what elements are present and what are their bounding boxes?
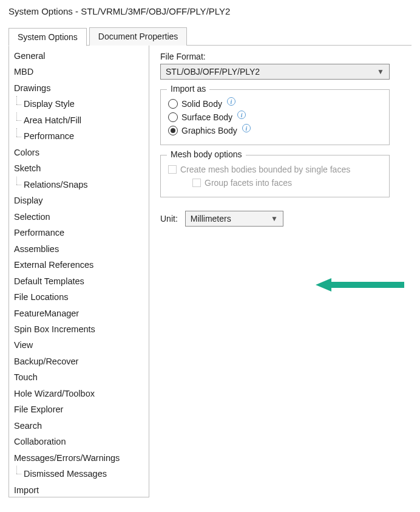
tree-item[interactable]: Area Hatch/Fill [9, 112, 149, 128]
file-format-value: STL/OBJ/OFF/PLY/PLY2 [166, 67, 260, 77]
tree-item[interactable]: Selection [9, 209, 149, 225]
tree-item[interactable]: Import [9, 482, 149, 497]
info-icon[interactable]: i [242, 124, 251, 132]
radio-solid-body[interactable]: Solid Body i [168, 97, 382, 111]
tree-item[interactable]: Dismissed Messages [9, 466, 149, 482]
window-title: System Options - STL/VRML/3MF/OBJ/OFF/PL… [8, 6, 412, 16]
tree-item[interactable]: Collaboration [9, 434, 149, 449]
chevron-down-icon: ▼ [377, 67, 384, 76]
tree-item[interactable]: File Explorer [9, 401, 149, 417]
check-group-facets: Group facets into faces [192, 176, 382, 189]
tree-item[interactable]: Default Templates [9, 273, 149, 289]
radio-surface-body[interactable]: Surface Body i [168, 111, 382, 124]
tree-item[interactable]: Display [9, 193, 149, 208]
file-format-dropdown[interactable]: STL/OBJ/OFF/PLY/PLY2 ▼ [160, 64, 390, 80]
radio-icon [168, 112, 178, 122]
radio-label: Solid Body [181, 99, 222, 109]
radio-graphics-body[interactable]: Graphics Body i [168, 124, 382, 137]
tree-item[interactable]: Colors [9, 145, 149, 160]
tree-item[interactable]: Drawings [9, 80, 149, 96]
tree-item[interactable]: File Locations [9, 289, 149, 305]
tree-item[interactable]: View [9, 337, 149, 353]
unit-dropdown[interactable]: Millimeters ▼ [185, 211, 283, 227]
radio-label: Surface Body [181, 112, 232, 122]
chevron-down-icon: ▼ [271, 214, 278, 223]
info-icon[interactable]: i [227, 97, 235, 106]
check-create-mesh: Create mesh bodies bounded by single fac… [168, 163, 382, 176]
mesh-options-group: Mesh body options Create mesh bodies bou… [160, 155, 390, 197]
tree-item[interactable]: General [9, 48, 149, 64]
checkbox-icon [192, 179, 201, 187]
main-panel: File Format: STL/OBJ/OFF/PLY/PLY2 ▼ Impo… [149, 46, 412, 497]
checkbox-icon [168, 165, 177, 174]
tree-item[interactable]: Search [9, 418, 149, 434]
radio-icon [168, 126, 178, 135]
tree-item[interactable]: Performance [9, 128, 149, 144]
options-tree: GeneralMBDDrawingsDisplay StyleArea Hatc… [8, 46, 149, 497]
import-as-group: Import as Solid Body i Surface Body i Gr… [160, 89, 390, 145]
tab-system-options[interactable]: System Options [8, 28, 87, 46]
tree-item[interactable]: Backup/Recover [9, 353, 149, 369]
tree-item[interactable]: Display Style [9, 96, 149, 112]
unit-value: Millimeters [191, 214, 231, 224]
tree-item[interactable]: Touch [9, 369, 149, 385]
tree-item[interactable]: External References [9, 257, 149, 273]
tree-item[interactable]: Performance [9, 225, 149, 241]
tree-item[interactable]: FeatureManager [9, 305, 149, 321]
tree-item[interactable]: Relations/Snaps [9, 177, 149, 193]
tree-item[interactable]: Spin Box Increments [9, 321, 149, 337]
tree-item[interactable]: Hole Wizard/Toolbox [9, 386, 149, 401]
tree-item[interactable]: MBD [9, 64, 149, 80]
tree-item[interactable]: Assemblies [9, 241, 149, 257]
import-as-legend: Import as [167, 84, 209, 94]
check-label: Group facets into faces [205, 178, 292, 188]
unit-label: Unit: [160, 214, 178, 224]
radio-label: Graphics Body [181, 126, 237, 135]
tree-item[interactable]: Sketch [9, 160, 149, 176]
tree-item[interactable]: Messages/Errors/Warnings [9, 450, 149, 466]
tabs: System Options Document Properties [8, 27, 412, 46]
tab-document-properties[interactable]: Document Properties [89, 27, 188, 46]
annotation-arrow [316, 278, 404, 292]
file-format-label: File Format: [160, 52, 412, 61]
mesh-legend: Mesh body options [167, 149, 246, 159]
radio-icon [168, 99, 178, 109]
info-icon[interactable]: i [237, 111, 246, 119]
check-label: Create mesh bodies bounded by single fac… [180, 165, 350, 174]
